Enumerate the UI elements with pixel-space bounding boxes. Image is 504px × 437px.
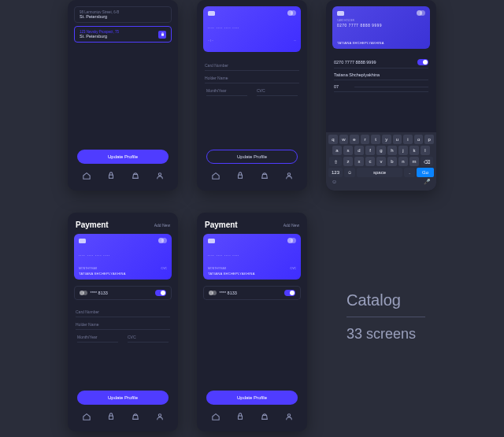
home-icon[interactable] bbox=[212, 413, 220, 420]
svg-rect-2 bbox=[238, 175, 242, 178]
key[interactable]: d bbox=[354, 146, 364, 155]
cvc-input[interactable]: CVC bbox=[257, 83, 298, 96]
header: Payment Add New bbox=[74, 219, 172, 234]
key[interactable]: i bbox=[403, 135, 413, 144]
svg-rect-6 bbox=[238, 416, 242, 419]
key[interactable]: c bbox=[365, 157, 375, 166]
key[interactable]: z bbox=[343, 157, 353, 166]
address-row[interactable]: 98 Lermontov Street, 6-B St. Petersburg bbox=[74, 6, 172, 23]
key[interactable]: j bbox=[398, 146, 408, 155]
update-profile-button[interactable]: Update Profile bbox=[206, 391, 298, 405]
key[interactable]: h bbox=[387, 146, 397, 155]
mastercard-icon bbox=[158, 238, 167, 243]
cvc-input[interactable]: CVC bbox=[128, 330, 169, 343]
add-new-button[interactable]: Add New bbox=[154, 223, 170, 228]
lock-icon[interactable] bbox=[236, 413, 244, 420]
key[interactable]: q bbox=[328, 135, 338, 144]
update-profile-button[interactable]: Update Profile bbox=[77, 391, 169, 405]
key[interactable]: k bbox=[410, 146, 419, 155]
bag-icon[interactable] bbox=[132, 172, 139, 180]
holder-name-input[interactable]: Holder Name bbox=[76, 317, 170, 330]
key[interactable]: m bbox=[410, 157, 419, 166]
card-number-input[interactable]: Card Number bbox=[76, 305, 170, 317]
user-icon[interactable] bbox=[285, 172, 293, 180]
lock-icon[interactable] bbox=[107, 413, 115, 420]
key[interactable]: b bbox=[387, 157, 397, 166]
update-profile-button[interactable]: Update Profile bbox=[206, 150, 298, 164]
bag-icon[interactable] bbox=[261, 172, 269, 180]
mic-icon[interactable]: 🎤 bbox=[424, 179, 431, 185]
month-year-input[interactable]: Month/Year bbox=[206, 83, 247, 96]
exp-fields[interactable]: 07 bbox=[334, 80, 428, 92]
mastercard-icon bbox=[417, 10, 425, 16]
chip-icon bbox=[79, 239, 86, 243]
key[interactable]: e bbox=[350, 135, 359, 144]
divider bbox=[346, 317, 425, 317]
delete-address-button[interactable] bbox=[158, 31, 166, 39]
svg-rect-0 bbox=[109, 175, 113, 178]
user-icon[interactable] bbox=[285, 413, 293, 420]
numbers-key[interactable]: 123 bbox=[328, 168, 343, 177]
user-icon[interactable] bbox=[156, 172, 164, 180]
trash-icon bbox=[161, 32, 165, 36]
key[interactable]: p bbox=[424, 135, 434, 144]
key[interactable]: v bbox=[376, 157, 386, 166]
card-number-field[interactable]: 0270 7777 8888 9999 bbox=[334, 55, 428, 69]
card-number-masked: ···· ···· ···· ···· bbox=[79, 253, 167, 257]
key[interactable]: o bbox=[414, 135, 424, 144]
mastercard-icon bbox=[287, 10, 296, 16]
bottom-nav bbox=[203, 409, 301, 425]
screens-count-label: 33 screens bbox=[346, 326, 416, 343]
go-key[interactable]: Go bbox=[417, 168, 434, 177]
holder-name-input[interactable]: Holder Name bbox=[205, 71, 299, 83]
holder-name-field[interactable]: Tatiana Shcheplyakhina bbox=[334, 69, 428, 80]
card-holder-name: TATIANA SHCHEPLYAKHINA bbox=[79, 272, 167, 276]
key[interactable]: y bbox=[382, 135, 391, 144]
emoji-key[interactable]: ☺ bbox=[344, 168, 355, 177]
saved-card-toggle[interactable] bbox=[155, 290, 166, 296]
key[interactable]: r bbox=[361, 135, 370, 144]
key[interactable]: t bbox=[371, 135, 380, 144]
keyboard-row: a s d f g h j k l bbox=[328, 146, 434, 155]
backspace-key[interactable]: ⌫ bbox=[421, 157, 433, 166]
home-icon[interactable] bbox=[83, 413, 91, 420]
saved-card-row[interactable]: **** 8133 bbox=[74, 286, 172, 300]
bag-icon[interactable] bbox=[261, 413, 269, 420]
saved-card-row[interactable]: **** 8133 bbox=[203, 286, 301, 300]
keyboard-row: q w e r t y u i o p bbox=[328, 135, 434, 144]
saved-card-toggle[interactable] bbox=[284, 290, 295, 296]
key[interactable]: l bbox=[421, 146, 430, 155]
address-row-selected[interactable]: 123 Nevsky Prospect, 75 St. Petersburg bbox=[74, 26, 172, 43]
bottom-nav bbox=[74, 169, 172, 184]
save-card-toggle[interactable] bbox=[417, 59, 428, 65]
credit-card-preview: ···· ···· ···· ···· MONTH/YEARCVC TATIAN… bbox=[74, 234, 172, 280]
space-key[interactable]: space bbox=[357, 168, 402, 177]
screen-card-keyboard: CARD HOLDER 0270 7777 8888 9999 TATIANA … bbox=[326, 0, 436, 191]
home-icon[interactable] bbox=[83, 172, 91, 180]
add-new-button[interactable]: Add New bbox=[284, 223, 299, 228]
page-title: Payment bbox=[76, 220, 109, 229]
month-year-input[interactable]: Month/Year bbox=[77, 330, 118, 343]
user-icon[interactable] bbox=[156, 413, 164, 420]
emoji-picker-icon[interactable]: ☺ bbox=[332, 179, 337, 185]
lock-icon[interactable] bbox=[236, 172, 244, 180]
key[interactable]: s bbox=[343, 146, 353, 155]
key[interactable]: x bbox=[354, 157, 364, 166]
update-profile-button[interactable]: Update Profile bbox=[77, 150, 169, 164]
bag-icon[interactable] bbox=[132, 413, 139, 420]
header: Payment Add New bbox=[203, 219, 301, 234]
dot-key[interactable]: . bbox=[404, 168, 415, 177]
svg-point-3 bbox=[287, 173, 290, 176]
shift-key[interactable]: ⇧ bbox=[329, 157, 342, 166]
key[interactable]: n bbox=[398, 157, 408, 166]
svg-point-5 bbox=[158, 414, 161, 417]
key[interactable]: f bbox=[365, 146, 375, 155]
key[interactable]: w bbox=[339, 135, 349, 144]
key[interactable]: a bbox=[332, 146, 342, 155]
lock-icon[interactable] bbox=[107, 172, 115, 180]
address-text: 123 Nevsky Prospect, 75 St. Petersburg bbox=[80, 30, 158, 39]
home-icon[interactable] bbox=[212, 172, 220, 180]
key[interactable]: u bbox=[393, 135, 402, 144]
key[interactable]: g bbox=[376, 146, 386, 155]
card-number-input[interactable]: Card Number bbox=[205, 58, 299, 71]
